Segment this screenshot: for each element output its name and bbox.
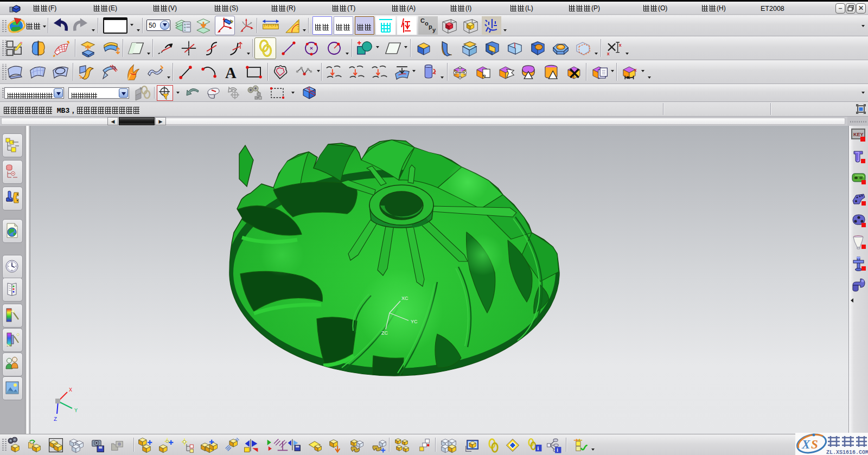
svg-text:p: p xyxy=(429,23,432,30)
svg-text:i: i xyxy=(537,445,539,451)
svg-text:XC: XC xyxy=(401,296,409,301)
svg-text:X: X xyxy=(69,387,72,393)
svg-text:i: i xyxy=(557,447,558,453)
svg-text:x: x xyxy=(634,67,637,73)
svg-text:x: x xyxy=(607,51,610,56)
svg-text:S: S xyxy=(811,438,818,451)
svg-text:Z: Z xyxy=(54,416,57,422)
svg-text:KEY: KEY xyxy=(853,132,864,137)
svg-text:x: x xyxy=(619,42,622,48)
svg-text:ZC: ZC xyxy=(381,330,388,336)
svg-text:ZL.XS1616.COM: ZL.XS1616.COM xyxy=(826,450,868,455)
svg-text:Y: Y xyxy=(74,408,78,414)
svg-text:X: X xyxy=(801,438,810,451)
svg-text:o: o xyxy=(425,20,429,27)
svg-text:YC: YC xyxy=(411,319,418,324)
svg-text:A: A xyxy=(225,65,237,81)
svg-text:C: C xyxy=(420,17,425,24)
svg-text:y: y xyxy=(432,27,436,33)
